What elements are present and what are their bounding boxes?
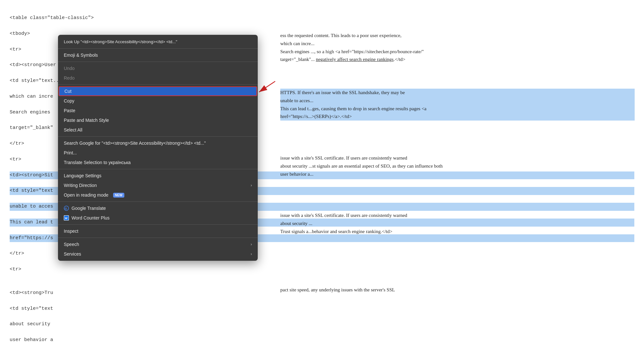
menu-item-label: Select All [64,127,82,132]
menu-item-print[interactable]: Print... [58,148,258,158]
prose-line: Trust signals a...behavior and search en… [280,228,635,236]
menu-item-label: Redo [64,75,74,81]
menu-item-copy[interactable]: Copy [58,96,258,106]
menu-item-translate[interactable]: Translate Selection to українська [58,158,258,167]
prose-line: pact site speed, any underlying issues w… [280,286,635,294]
prose-line [280,244,635,252]
menu-item-select-all[interactable]: Select All [58,125,258,135]
prose-line: HTTPS. If there's an issue with the SSL … [280,89,635,97]
menu-item-cut[interactable]: Cut [59,86,257,96]
submenu-arrow-icon: › [251,252,252,256]
menu-item-search-google[interactable]: Search Google for "<td><strong>Site Acce… [58,138,258,148]
prose-line [280,252,635,261]
menu-item-undo: Undo [58,64,258,73]
prose-line [280,64,635,72]
menu-item-label: Search Google for "<td><strong>Site Acce… [64,141,206,146]
menu-item-google-translate[interactable]: G Google Translate [58,203,258,213]
prose-line [280,186,635,195]
menu-item-label: Inspect [64,229,78,234]
prose-line [280,146,635,154]
svg-text:G: G [65,207,67,210]
prose-line [280,6,635,15]
menu-item-label: Undo [64,66,74,71]
prose-line [280,278,635,286]
menu-separator [58,84,258,85]
prose-area: ess the requested content. This leads to… [271,0,644,342]
prose-line [280,129,635,137]
menu-item-inspect[interactable]: Inspect [58,226,258,236]
prose-line [280,261,635,269]
prose-line: This can lead t...ges, causing them to d… [280,105,635,113]
prose-line: issue with a site's SSL certificate. If … [280,211,635,220]
prose-line: href="https://s...>(SERPs)</a>.</td> [280,112,635,121]
menu-separator [58,62,258,62]
menu-item-services[interactable]: Services › [58,249,258,259]
prose-line: ess the requested content. This leads to… [280,32,635,40]
prose-line [280,80,635,89]
prose-line [280,269,635,278]
menu-item-paste[interactable]: Paste [58,106,258,115]
menu-item-label: Speech [64,242,79,247]
submenu-arrow-icon: › [251,183,252,188]
context-menu[interactable]: Look Up "<td><strong>Site Accessibility<… [58,35,258,261]
menu-item-writing-direction[interactable]: Writing Direction › [58,181,258,190]
menu-separator [58,169,258,169]
prose-line: user behavior a... [280,170,635,178]
prose-line [280,203,635,211]
menu-item-label: Translate Selection to українська [64,160,131,165]
menu-item-label: Writing Direction [64,183,97,188]
google-translate-icon: G [64,206,69,211]
menu-separator [58,224,258,225]
prose-line: issue with a site's SSL certificate. If … [280,154,635,162]
menu-item-label: Open in reading mode [64,192,109,198]
menu-lookup-item[interactable]: Look Up "<td><strong>Site Accessibility<… [58,37,258,47]
menu-item-word-counter[interactable]: W Word Counter Plus [58,213,258,223]
menu-item-label: Emoji & Symbols [64,53,98,58]
menu-item-label: Print... [64,150,77,155]
menu-lookup-label: Look Up "<td><strong>Site Accessibility<… [64,39,177,44]
menu-item-label: Paste [64,108,75,113]
prose-line [280,23,635,32]
menu-separator [58,136,258,137]
menu-separator [58,238,258,238]
menu-separator [58,48,258,49]
word-counter-icon: W [64,215,69,220]
prose-line [280,178,635,186]
prose-line: about security ...st signals are an esse… [280,162,635,170]
prose-line: target="_blank"... negatively affect sea… [280,55,635,64]
prose-line [280,236,635,244]
svg-text:W: W [65,217,68,220]
menu-item-emoji[interactable]: Emoji & Symbols [58,50,258,60]
prose-line: about security ... [280,220,635,228]
menu-item-reading-mode[interactable]: Open in reading mode NEW [58,190,258,200]
prose-line [280,72,635,80]
menu-item-label: Paste and Match Style [64,118,109,123]
menu-item-language-settings[interactable]: Language Settings [58,171,258,181]
prose-line [280,195,635,203]
prose-line: Search engines ..., so a high <a href="h… [280,48,635,56]
menu-item-label: Word Counter Plus [72,215,110,220]
menu-item-label: Copy [64,98,74,103]
prose-line: which can incre... [280,40,635,48]
menu-item-speech[interactable]: Speech › [58,239,258,249]
prose-line [280,137,635,146]
menu-item-label: Google Translate [72,206,106,211]
menu-item-paste-match[interactable]: Paste and Match Style [58,115,258,125]
submenu-arrow-icon: › [251,242,252,247]
prose-line [280,15,635,23]
prose-line: unable to acces... [280,97,635,105]
menu-item-label: Cut [64,89,72,94]
menu-item-redo: Redo [58,73,258,83]
menu-item-label: Language Settings [64,173,101,178]
prose-line [280,121,635,129]
menu-separator [58,201,258,202]
new-badge: NEW [113,193,124,198]
menu-item-label: Services [64,251,81,257]
